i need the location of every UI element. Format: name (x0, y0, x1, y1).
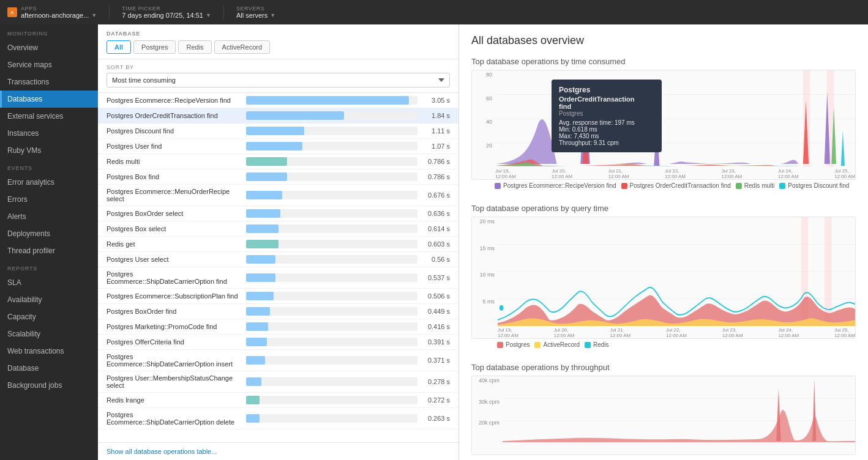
app-icon: A (7, 7, 17, 17)
sidebar-item-databases[interactable]: Databases (0, 91, 98, 108)
db-item-value: 0.263 s (422, 415, 450, 422)
db-list-item[interactable]: Postgres OrderCreditTransaction find1.84… (98, 108, 458, 124)
chart2-x-jul20: Jul 20,12:00 AM (554, 327, 575, 338)
chart1-y-label-20: 20 (472, 143, 494, 149)
db-list-item[interactable]: Postgres Marketing::PromoCode find0.416 … (98, 319, 458, 335)
db-item-bar (246, 96, 409, 105)
db-item-bar (246, 307, 270, 316)
servers-label: SERVERS (236, 6, 275, 12)
chart1-y-label-40: 40 (472, 119, 494, 125)
db-list-item[interactable]: Postgres BoxOrder select0.636 s (98, 206, 458, 221)
sidebar-item-thread-profiler[interactable]: Thread profiler (0, 242, 98, 259)
sidebar-item-scalability[interactable]: Scalability (0, 325, 98, 343)
sort-select[interactable]: Most time consuming Slowest mean respons… (107, 73, 450, 87)
db-list-item[interactable]: Postgres Box select0.614 s (98, 221, 458, 237)
sidebar-item-deployments[interactable]: Deployments (0, 225, 98, 242)
chart2-y-20ms: 20 ms (472, 218, 496, 224)
chart2-title: Top database operations by query time (471, 204, 856, 213)
db-list-item[interactable]: Postgres Ecommerce::SubscriptionPlan fin… (98, 289, 458, 304)
db-item-bar (246, 157, 287, 166)
db-tab-all[interactable]: All (107, 40, 131, 54)
legend-color-discount (779, 183, 785, 189)
db-tab-activerecord[interactable]: ActiveRecord (214, 40, 270, 54)
db-list-item[interactable]: Redis lrange0.272 s (98, 393, 458, 408)
db-list-item[interactable]: Postgres Ecommerce::MenuOrderRecipe sele… (98, 185, 458, 206)
db-item-bar-container (246, 338, 417, 346)
chart1-x-jul25: Jul 25,12:00 AM (834, 168, 855, 179)
db-item-bar (246, 356, 265, 365)
sidebar-item-capacity[interactable]: Capacity (0, 308, 98, 325)
servers-section[interactable]: SERVERS All servers ▼ (236, 6, 275, 19)
chart3-area: 40k cpm 30k cpm 20k cpm (471, 376, 856, 455)
db-item-bar (246, 273, 275, 282)
db-item-label: Postgres Ecommerce::MenuOrderRecipe sele… (107, 188, 241, 202)
sidebar-item-error-analytics[interactable]: Error analytics (0, 174, 98, 191)
chart2-x-jul19: Jul 19,12:00 AM (498, 327, 518, 338)
db-item-bar-container (246, 157, 417, 166)
db-list-item[interactable]: Postgres OfferCriteria find0.391 s (98, 335, 458, 350)
db-item-bar-container (246, 396, 417, 404)
sidebar-item-errors[interactable]: Errors (0, 191, 98, 208)
legend-label-activerecord: ActiveRecord (543, 341, 579, 348)
chart-throughput: Top database operations by throughput (471, 363, 856, 455)
db-item-label: Postgres Box select (107, 225, 241, 232)
db-item-bar-container (246, 209, 417, 218)
db-item-value: 0.278 s (422, 378, 450, 385)
db-list-item[interactable]: Postgres Ecommerce::ShipDateCarrierOptio… (98, 408, 458, 429)
db-item-value: 0.614 s (422, 225, 450, 232)
db-item-value: 1.84 s (422, 112, 450, 119)
db-list-item[interactable]: Postgres Discount find1.11 s (98, 124, 458, 139)
sidebar-item-background-jobs[interactable]: Background jobs (0, 377, 98, 394)
db-item-value: 0.786 s (422, 173, 450, 180)
db-tab-redis[interactable]: Redis (178, 40, 211, 54)
db-list-item[interactable]: Postgres User select0.56 s (98, 252, 458, 267)
time-chevron-icon: ▼ (206, 12, 211, 18)
legend-label-redis-multi: Redis multi (744, 182, 774, 189)
sidebar-item-transactions[interactable]: Transactions (0, 73, 98, 91)
sidebar-item-overview[interactable]: Overview (0, 39, 98, 56)
db-list-item[interactable]: Postgres Ecommerce::ShipDateCarrierOptio… (98, 350, 458, 371)
db-item-label: Redis multi (107, 158, 241, 165)
db-list-item[interactable]: Postgres Ecommerce::RecipeVersion find3.… (98, 93, 458, 108)
sidebar-item-instances[interactable]: Instances (0, 125, 98, 142)
db-list-item[interactable]: Postgres Box find0.786 s (98, 169, 458, 185)
db-item-label: Postgres User::MembershipStatusChange se… (107, 374, 241, 389)
svg-point-12 (499, 305, 504, 311)
db-operations-list: Postgres Ecommerce::RecipeVersion find3.… (98, 93, 458, 442)
db-item-bar (246, 224, 279, 233)
app-section[interactable]: A APPS afternoon-anchorage... ▼ (7, 6, 97, 19)
db-item-bar-container (246, 307, 417, 316)
chart1-x-jul23: Jul 23,12:00 AM (721, 168, 742, 179)
db-item-value: 0.537 s (422, 274, 450, 281)
main-layout: MONITORING Overview Service maps Transac… (0, 24, 868, 460)
db-list-item[interactable]: Redis multi0.786 s (98, 154, 458, 169)
sidebar-item-external-services[interactable]: External services (0, 108, 98, 125)
db-item-bar-container (246, 414, 417, 423)
db-list-item[interactable]: Postgres User find1.07 s (98, 139, 458, 154)
database-label: DATABASE (107, 31, 450, 37)
legend-color-redis (585, 342, 591, 348)
db-item-bar (246, 396, 260, 404)
sidebar-item-web-transactions[interactable]: Web transactions (0, 343, 98, 360)
sidebar-item-sla[interactable]: SLA (0, 274, 98, 291)
sidebar-item-ruby-vms[interactable]: Ruby VMs (0, 142, 98, 159)
db-tab-postgres[interactable]: Postgres (133, 40, 176, 54)
sidebar-item-service-maps[interactable]: Service maps (0, 56, 98, 73)
sidebar-item-availability[interactable]: Availability (0, 291, 98, 308)
db-list-item[interactable]: Postgres Ecommerce::ShipDateCarrierOptio… (98, 267, 458, 289)
db-list-item[interactable]: Postgres BoxOrder find0.449 s (98, 304, 458, 319)
time-picker-section[interactable]: TIME PICKER 7 days ending 07/25, 14:51 ▼ (122, 6, 211, 19)
monitoring-section-label: MONITORING (0, 24, 98, 39)
sidebar-item-alerts[interactable]: Alerts (0, 208, 98, 225)
db-item-label: Postgres BoxOrder find (107, 308, 241, 315)
servers-value: All servers ▼ (236, 12, 275, 19)
events-section-label: EVENTS (0, 159, 98, 174)
show-all-link[interactable]: Show all database operations table... (98, 442, 458, 460)
db-list-item[interactable]: Redis get0.603 s (98, 237, 458, 252)
sidebar-item-database-report[interactable]: Database (0, 360, 98, 377)
db-item-bar-container (246, 377, 417, 386)
chart2-x-jul24: Jul 24,12:00 AM (778, 327, 799, 338)
chart2-y-15ms: 15 ms (472, 245, 496, 251)
db-list-item[interactable]: Postgres User::MembershipStatusChange se… (98, 371, 458, 393)
legend-item-postgres: Postgres (497, 341, 529, 348)
